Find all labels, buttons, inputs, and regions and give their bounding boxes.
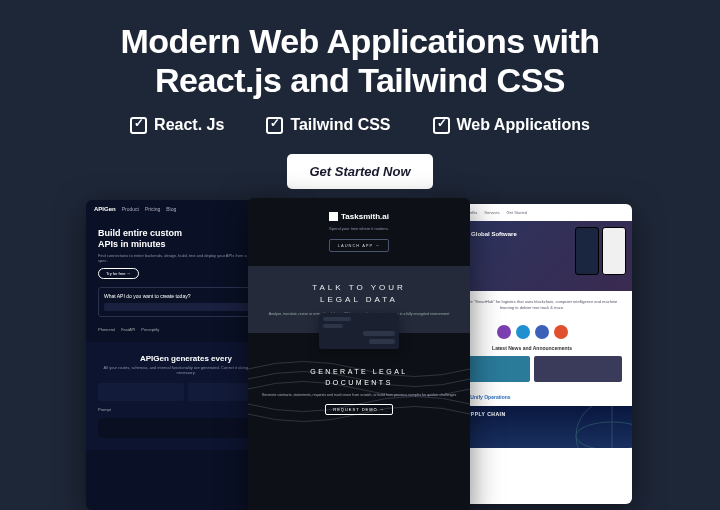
option-card — [98, 383, 184, 401]
preview-card-tasksmith: Tasksmith.ai Spend your time where it ma… — [248, 198, 470, 510]
section-sub: Generate contracts, statements, requests… — [260, 393, 458, 398]
chat-bubble — [363, 331, 395, 336]
logo-item: Perceptify — [141, 327, 159, 332]
feature-webapps: Web Applications — [433, 116, 590, 134]
preview-showcase: APIGen Product Pricing Blog Build entire… — [0, 198, 720, 510]
svg-point-1 — [576, 422, 632, 448]
wave-lines-icon — [248, 349, 470, 435]
try-free-button: Try for free → — [98, 268, 139, 279]
nav-item: Get Started — [507, 210, 527, 215]
page-title: Modern Web Applications with React.js an… — [40, 22, 680, 100]
feature-label: React. Js — [154, 116, 224, 134]
nav-item: Services — [484, 210, 499, 215]
logo-item: Phemeral — [98, 327, 115, 332]
check-icon — [266, 117, 283, 134]
nav-item: Product — [122, 206, 139, 212]
brand-logo: Tasksmith.ai — [329, 212, 389, 221]
logo-item: FastAPI — [121, 327, 135, 332]
get-started-button[interactable]: Get Started Now — [287, 154, 432, 189]
title-line-2: React.js and Tailwind CSS — [155, 61, 565, 99]
phone-mockups — [575, 227, 626, 275]
phone-icon — [602, 227, 626, 275]
social-icon — [535, 325, 549, 339]
card-header: Tasksmith.ai Spend your time where it ma… — [248, 198, 470, 266]
feature-react: React. Js — [130, 116, 224, 134]
request-demo-button: REQUEST DEMO → — [325, 404, 393, 415]
section-heading: TALK TO YOUR LEGAL DATA — [262, 282, 456, 306]
prompt-input — [104, 303, 268, 311]
social-icon — [516, 325, 530, 339]
title-line-1: Modern Web Applications with — [121, 22, 600, 60]
check-icon — [130, 117, 147, 134]
chat-bubble — [323, 324, 343, 328]
launch-app-button: LAUNCH APP → — [329, 239, 389, 252]
feature-label: Web Applications — [457, 116, 590, 134]
social-icon — [554, 325, 568, 339]
prompt-label: What API do you want to create today? — [104, 293, 268, 299]
brand-logo: APIGen — [94, 206, 116, 212]
logo-icon — [329, 212, 338, 221]
nav-item: Blog — [166, 206, 176, 212]
chat-preview — [319, 313, 399, 349]
generate-section: GENERATE LEGAL DOCUMENTS Generate contra… — [248, 349, 470, 435]
phone-icon — [575, 227, 599, 275]
section-heading: GENERATE LEGAL DOCUMENTS — [260, 367, 458, 388]
hero: Modern Web Applications with React.js an… — [0, 0, 720, 189]
feature-label: Tailwind CSS — [290, 116, 390, 134]
feature-tailwind: Tailwind CSS — [266, 116, 390, 134]
nav-item: Pricing — [145, 206, 160, 212]
chat-bubble — [369, 339, 395, 344]
feature-list: React. Js Tailwind CSS Web Applications — [40, 116, 680, 134]
social-icon — [497, 325, 511, 339]
tagline: Spend your time where it matters. — [258, 226, 460, 231]
news-card — [534, 356, 622, 382]
chat-bubble — [323, 317, 351, 321]
check-icon — [433, 117, 450, 134]
